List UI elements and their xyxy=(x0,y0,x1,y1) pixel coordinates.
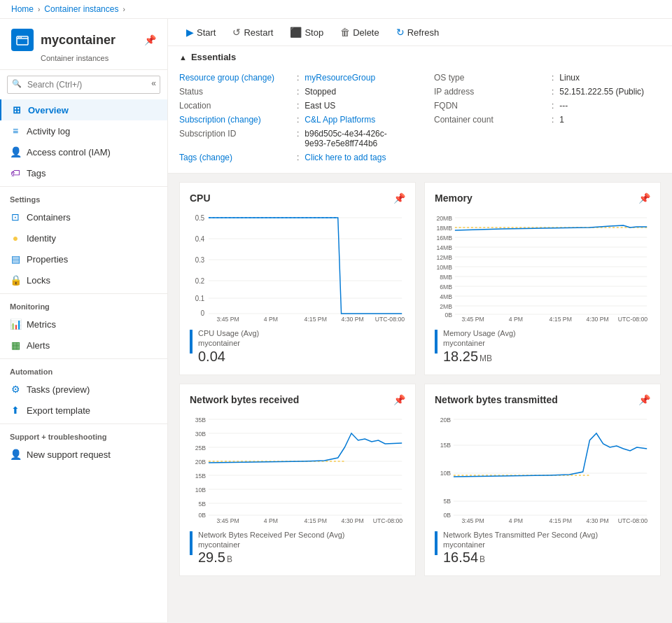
stop-label: Stop xyxy=(304,27,323,38)
cpu-chart: 0.5 0.4 0.3 0.2 0.1 0 xyxy=(190,211,405,323)
cpu-pin-icon[interactable]: 📌 xyxy=(393,192,405,204)
svg-text:12MB: 12MB xyxy=(436,254,452,261)
sidebar-item-locks[interactable]: 🔒 Locks xyxy=(0,270,167,290)
container-icon xyxy=(11,29,34,51)
svg-text:0.4: 0.4 xyxy=(195,235,205,243)
restart-icon: ↺ xyxy=(232,27,241,38)
network-trans-pin-icon[interactable]: 📌 xyxy=(638,394,650,405)
sidebar-header: mycontainer 📌 Container instances xyxy=(0,19,167,70)
breadcrumb-home[interactable]: Home xyxy=(11,4,34,14)
sidebar-item-overview[interactable]: ⊞ Overview xyxy=(0,99,167,120)
ess-row-resource-group: Resource group (change) : myResourceGrou… xyxy=(179,71,406,85)
sidebar-item-support-label: New support request xyxy=(27,449,111,460)
sidebar-item-access-control-label: Access control (IAM) xyxy=(27,147,111,158)
cpu-legend-bar xyxy=(190,330,192,354)
toolbar: ▶ Start ↺ Restart ⬛ Stop 🗑 Delete ↻ Refr… xyxy=(168,19,672,46)
sidebar-item-alerts[interactable]: ▦ Alerts xyxy=(0,335,167,356)
essentials-header[interactable]: ▲ Essentials xyxy=(168,46,672,68)
memory-chart-title: Memory 📌 xyxy=(435,192,650,204)
sidebar-item-properties[interactable]: ▤ Properties xyxy=(0,248,167,270)
sidebar-item-access-control[interactable]: 👤 Access control (IAM) xyxy=(0,141,167,162)
svg-text:4:30 PM: 4:30 PM xyxy=(587,316,609,323)
stop-button[interactable]: ⬛ Stop xyxy=(283,23,330,41)
sidebar-item-tags[interactable]: 🏷 Tags xyxy=(0,162,167,183)
start-button[interactable]: ▶ Start xyxy=(179,23,223,41)
svg-text:10MB: 10MB xyxy=(436,264,452,271)
svg-text:5B: 5B xyxy=(198,500,206,507)
svg-text:UTC-08:00: UTC-08:00 xyxy=(618,517,648,524)
sidebar-item-export[interactable]: ⬆ Export template xyxy=(0,400,167,421)
delete-icon: 🗑 xyxy=(340,27,350,38)
svg-text:10B: 10B xyxy=(195,486,206,493)
delete-button[interactable]: 🗑 Delete xyxy=(333,23,386,41)
sidebar-item-tags-label: Tags xyxy=(27,168,46,178)
svg-text:4 PM: 4 PM xyxy=(264,517,278,524)
svg-text:0: 0 xyxy=(201,309,205,317)
svg-text:4:30 PM: 4:30 PM xyxy=(342,316,364,323)
search-input[interactable] xyxy=(7,76,160,94)
svg-text:3:45 PM: 3:45 PM xyxy=(462,316,484,323)
search-box[interactable]: « xyxy=(7,76,160,94)
cpu-legend-text: CPU Usage (Avg) mycontainer 0.04 xyxy=(198,328,259,365)
cpu-chart-card: CPU 📌 0.5 0.4 0.3 0.2 0.1 0 xyxy=(179,182,416,375)
svg-text:3:45 PM: 3:45 PM xyxy=(462,517,484,524)
collapse-icon[interactable]: « xyxy=(151,78,156,88)
network-recv-legend-text: Network Bytes Received Per Second (Avg) … xyxy=(198,530,345,566)
sidebar-item-containers-label: Containers xyxy=(27,212,71,223)
support-section: Support + troubleshooting xyxy=(0,424,167,444)
svg-text:0.2: 0.2 xyxy=(195,277,204,285)
svg-text:0.5: 0.5 xyxy=(195,214,205,222)
automation-section: Automation xyxy=(0,358,167,379)
sidebar-item-alerts-label: Alerts xyxy=(27,340,50,351)
restart-button[interactable]: ↺ Restart xyxy=(225,23,280,41)
cpu-chart-title: CPU 📌 xyxy=(190,192,405,204)
pin-icon[interactable]: 📌 xyxy=(144,34,156,46)
essentials-chevron: ▲ xyxy=(179,53,187,62)
svg-text:35B: 35B xyxy=(195,416,206,423)
sidebar-item-support[interactable]: 👤 New support request xyxy=(0,444,167,465)
sidebar-subtitle: Container instances xyxy=(11,54,156,62)
svg-text:16MB: 16MB xyxy=(436,234,452,241)
sidebar-item-overview-label: Overview xyxy=(28,105,69,115)
sidebar-nav: ⊞ Overview ≡ Activity log 👤 Access contr… xyxy=(0,99,167,465)
monitoring-section: Monitoring xyxy=(0,293,167,314)
cpu-legend: CPU Usage (Avg) mycontainer 0.04 xyxy=(190,328,405,365)
svg-text:0B: 0B xyxy=(443,511,451,518)
svg-text:4 PM: 4 PM xyxy=(509,316,523,323)
svg-text:14MB: 14MB xyxy=(436,244,452,251)
delete-label: Delete xyxy=(353,27,379,38)
network-trans-chart-card: Network bytes transmitted 📌 20B 15B 10B … xyxy=(424,384,661,577)
svg-point-1 xyxy=(18,37,20,38)
svg-text:3:45 PM: 3:45 PM xyxy=(217,316,239,323)
svg-text:6MB: 6MB xyxy=(440,284,452,290)
svg-text:3:45 PM: 3:45 PM xyxy=(217,517,239,524)
sidebar-item-locks-label: Locks xyxy=(27,275,50,286)
containers-icon: ⊡ xyxy=(10,211,21,223)
sidebar-item-identity[interactable]: ● Identity xyxy=(0,227,167,248)
sidebar-item-metrics[interactable]: 📊 Metrics xyxy=(0,314,167,335)
essentials-right: OS type : Linux IP address : 52.151.222.… xyxy=(434,71,661,164)
sidebar-item-tasks[interactable]: ⚙ Tasks (preview) xyxy=(0,379,167,400)
svg-text:UTC-08:00: UTC-08:00 xyxy=(618,316,648,323)
page-title: mycontainer xyxy=(41,33,115,48)
memory-legend-text: Memory Usage (Avg) mycontainer 18.25 MB xyxy=(443,328,516,365)
sidebar-item-activity-log[interactable]: ≡ Activity log xyxy=(0,120,167,141)
network-trans-legend-bar xyxy=(435,531,438,555)
network-trans-chart: 20B 15B 10B 5B 0B xyxy=(435,412,650,524)
svg-text:UTC-08:00: UTC-08:00 xyxy=(375,316,405,323)
svg-text:4:30 PM: 4:30 PM xyxy=(342,517,364,524)
alerts-icon: ▦ xyxy=(10,340,21,351)
sidebar-item-metrics-label: Metrics xyxy=(27,319,56,330)
breadcrumb-container-instances[interactable]: Container instances xyxy=(44,4,118,14)
network-recv-pin-icon[interactable]: 📌 xyxy=(393,394,405,405)
sidebar-item-containers[interactable]: ⊡ Containers xyxy=(0,206,167,227)
main-content: ▶ Start ↺ Restart ⬛ Stop 🗑 Delete ↻ Refr… xyxy=(168,19,672,622)
refresh-button[interactable]: ↻ Refresh xyxy=(389,23,447,41)
memory-legend: Memory Usage (Avg) mycontainer 18.25 MB xyxy=(435,328,650,365)
ess-row-status: Status : Stopped xyxy=(179,85,406,99)
svg-text:30B: 30B xyxy=(195,430,206,437)
breadcrumb-sep-1: › xyxy=(38,6,40,13)
memory-pin-icon[interactable]: 📌 xyxy=(638,192,650,204)
svg-text:10B: 10B xyxy=(440,469,451,476)
start-icon: ▶ xyxy=(186,27,194,38)
